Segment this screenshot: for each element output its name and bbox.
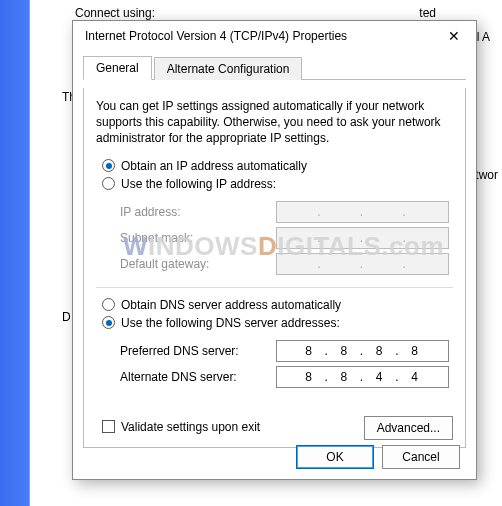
radio-row-dns-manual: Use the following DNS server addresses: <box>96 316 453 330</box>
radio-ip-auto[interactable] <box>102 159 115 172</box>
input-default-gateway <box>276 253 449 275</box>
label-default-gateway: Default gateway: <box>120 257 276 271</box>
input-preferred-dns[interactable] <box>276 340 449 362</box>
input-subnet-mask <box>276 227 449 249</box>
row-ip-address: IP address: <box>120 201 449 223</box>
input-alternate-dns[interactable] <box>276 366 449 388</box>
tab-alternate-label: Alternate Configuration <box>167 62 290 76</box>
description-text: You can get IP settings assigned automat… <box>96 98 453 147</box>
radio-dns-auto[interactable] <box>102 298 115 311</box>
label-subnet-mask: Subnet mask: <box>120 231 276 245</box>
row-alternate-dns: Alternate DNS server: <box>120 366 449 388</box>
radio-row-ip-auto: Obtain an IP address automatically <box>96 159 453 173</box>
tabstrip: General Alternate Configuration <box>83 55 466 80</box>
dialog-title: Internet Protocol Version 4 (TCP/IPv4) P… <box>85 29 440 43</box>
dialog-footer: OK Cancel <box>296 439 470 469</box>
label-preferred-dns: Preferred DNS server: <box>120 344 276 358</box>
row-preferred-dns: Preferred DNS server: <box>120 340 449 362</box>
close-button[interactable]: ✕ <box>440 25 468 47</box>
checkbox-validate-on-exit[interactable] <box>102 420 115 433</box>
dialog-titlebar: Internet Protocol Version 4 (TCP/IPv4) P… <box>73 21 476 51</box>
bg-label-connect-using: Connect using: <box>75 6 155 20</box>
label-alternate-dns: Alternate DNS server: <box>120 370 276 384</box>
radio-ip-manual[interactable] <box>102 177 115 190</box>
bg-snip-1: ted <box>419 6 436 20</box>
close-icon: ✕ <box>448 29 460 43</box>
radio-dns-manual[interactable] <box>102 316 115 329</box>
tabpage-general: You can get IP settings assigned automat… <box>83 88 466 448</box>
label-ip-address: IP address: <box>120 205 276 219</box>
tab-general-label: General <box>96 61 139 75</box>
cancel-button-label: Cancel <box>402 450 439 464</box>
cancel-button[interactable]: Cancel <box>382 445 460 469</box>
radio-dns-manual-label[interactable]: Use the following DNS server addresses: <box>121 316 340 330</box>
input-ip-address <box>276 201 449 223</box>
radio-ip-auto-label[interactable]: Obtain an IP address automatically <box>121 159 307 173</box>
radio-row-ip-manual: Use the following IP address: <box>96 177 453 191</box>
ok-button[interactable]: OK <box>296 445 374 469</box>
tab-alternate-configuration[interactable]: Alternate Configuration <box>154 57 303 80</box>
advanced-button[interactable]: Advanced... <box>364 416 453 440</box>
dns-fields-group: Preferred DNS server: Alternate DNS serv… <box>96 334 453 400</box>
ip-fields-group: IP address: Subnet mask: Default gateway… <box>96 195 453 288</box>
radio-ip-manual-label[interactable]: Use the following IP address: <box>121 177 276 191</box>
ok-button-label: OK <box>326 450 343 464</box>
advanced-button-label: Advanced... <box>377 421 440 435</box>
row-subnet-mask: Subnet mask: <box>120 227 449 249</box>
bg-label-d: D <box>62 310 71 324</box>
radio-row-dns-auto: Obtain DNS server address automatically <box>96 298 453 312</box>
win11-taskbar-fragment <box>0 0 30 506</box>
ipv4-properties-dialog: Internet Protocol Version 4 (TCP/IPv4) P… <box>72 20 477 480</box>
tab-general[interactable]: General <box>83 56 152 80</box>
radio-dns-auto-label[interactable]: Obtain DNS server address automatically <box>121 298 341 312</box>
row-default-gateway: Default gateway: <box>120 253 449 275</box>
checkbox-validate-label[interactable]: Validate settings upon exit <box>121 420 260 434</box>
dialog-client-area: General Alternate Configuration You can … <box>73 51 476 458</box>
validate-row: Validate settings upon exit <box>96 420 260 434</box>
bg-snip-3: twor <box>475 168 498 182</box>
